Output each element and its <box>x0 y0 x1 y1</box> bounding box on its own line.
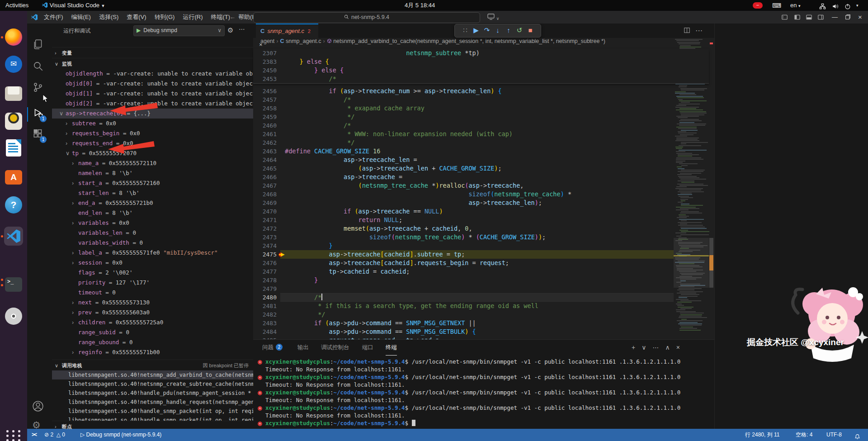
menu-2[interactable]: 选择(S) <box>95 11 123 24</box>
clock[interactable]: 4月 5 18:44 <box>405 0 435 11</box>
notifications-bell-icon[interactable] <box>854 432 860 441</box>
dock-item-disc[interactable] <box>4 307 23 326</box>
panel-new-terminal-icon[interactable]: + <box>632 344 635 351</box>
customize-layout-icon[interactable] <box>781 14 788 22</box>
app-menu[interactable]: Visual Studio Code ▼ <box>42 0 105 11</box>
watch-row-children[interactable]: ›children = 0x5555555725a0 <box>52 318 253 327</box>
watch-row-start_a[interactable]: ›start_a = 0x555555572160 <box>52 178 253 188</box>
stack-frame-0[interactable]: libnetsnmpagent.so.40!netsnmp_add_varbin… <box>52 370 253 379</box>
dock-item-terminal[interactable]: >_ <box>4 275 23 294</box>
toggle-panel-icon[interactable] <box>806 14 812 22</box>
debug-start-icon[interactable]: ▶ <box>134 27 143 33</box>
panel-tab-输出[interactable]: 输出 <box>297 340 309 355</box>
activity-account[interactable] <box>32 400 47 415</box>
editor-scrollbar[interactable] <box>709 39 714 339</box>
close-window-button[interactable]: × <box>858 11 862 24</box>
stack-frame-5[interactable]: libnetsnmpagent.so.40!handle_snmp_packet… <box>52 416 253 421</box>
dock-item-ubuntu-software[interactable]: A <box>4 168 23 187</box>
watch-row-priority[interactable]: priority = 127 '\177' <box>52 278 253 288</box>
watch-row-name_a[interactable]: ›name_a = 0x555555572110 <box>52 158 253 168</box>
watch-row-end_len[interactable]: end_len = 8 '\b' <box>52 208 253 218</box>
panel-tab-问题[interactable]: 问题2 <box>262 340 283 355</box>
encoding-status[interactable]: UTF-8 <box>826 429 842 441</box>
activities-button[interactable]: Activities <box>5 0 28 11</box>
panel-tab-调试控制台[interactable]: 调试控制台 <box>321 340 349 355</box>
dock-item-app-grid[interactable] <box>4 427 23 441</box>
watch-row-next[interactable]: ›next = 0x555555573130 <box>52 298 253 308</box>
watch-row-timeout[interactable]: timeout = 0 <box>52 288 253 298</box>
watch-row-flags[interactable]: flags = 2 '\002' <box>52 268 253 278</box>
dock-item-vscode[interactable] <box>4 227 23 246</box>
panel-maximize-panel-icon[interactable]: ∧ <box>665 344 670 351</box>
minimap[interactable] <box>674 39 709 339</box>
input-language-indicator[interactable]: en ▾ <box>790 0 801 11</box>
command-center-search[interactable]: net-snmp-5.9.4 <box>253 12 480 23</box>
minimize-button[interactable]: — <box>832 11 838 24</box>
dock-item-libreoffice-writer[interactable] <box>4 138 23 157</box>
do-not-disturb-icon[interactable]: − <box>753 2 763 9</box>
nav-back-button[interactable]: ← <box>230 11 236 24</box>
debug-step-over-button[interactable]: ↷ <box>481 24 492 36</box>
menu-0[interactable]: 文件(F) <box>40 11 67 24</box>
terminal-view[interactable]: ×xcyxiner@studycplus:~/code/net-snmp-5.9… <box>253 356 714 429</box>
section-variables[interactable]: ›变量 <box>52 47 253 58</box>
toggle-secondary-sidebar-icon[interactable] <box>817 14 824 22</box>
watch-row-session[interactable]: ›session = 0x0 <box>52 258 253 268</box>
menu-4[interactable]: 转到(G) <box>151 11 179 24</box>
panel-close-panel-icon[interactable]: × <box>676 344 680 351</box>
tab-snmp-agent-c[interactable]: Csnmp_agent.c 2 × <box>256 24 318 39</box>
indentation-status[interactable]: 空格: 4 <box>796 429 812 441</box>
screencast-icon[interactable]: ∨ <box>487 14 499 21</box>
breadcrumb-file[interactable]: snmp_agent.c <box>286 38 321 44</box>
nav-forward-button[interactable]: → <box>241 11 246 24</box>
code-editor[interactable]: 2456 if (asp->treecache_num >= asp->tree… <box>253 83 709 339</box>
dock-item-thunderbird[interactable]: ✉ <box>4 55 23 74</box>
section-breakpoints[interactable]: ›断点 <box>52 421 253 432</box>
activity-explorer[interactable] <box>32 38 47 53</box>
panel-tab-端口[interactable]: 端口 <box>362 340 373 355</box>
keyboard-icon[interactable]: ⌨ <box>772 0 781 11</box>
panel-more-actions-icon[interactable]: ⋯ <box>652 344 659 351</box>
debug-stop-button[interactable]: ■ <box>525 24 536 36</box>
watch-row-range_subid[interactable]: range_subid = 0 <box>52 327 253 337</box>
debug-continue-button[interactable]: ▶ <box>471 24 481 36</box>
watch-row-objidlength[interactable]: objidlength = -var-create: unable to cre… <box>52 69 253 79</box>
watch-row-variables_len[interactable]: variables_len = 0 <box>52 228 253 238</box>
debug-config-dropdown[interactable]: ▶Debug snmpd ∨ <box>133 25 225 36</box>
debug-restart-button[interactable]: ↺ <box>514 24 525 36</box>
menu-3[interactable]: 查看(V) <box>123 11 150 24</box>
watch-row-reginfo[interactable]: ›reginfo = 0x555555571b00 <box>52 347 253 357</box>
section-watch[interactable]: ∨监视 <box>52 58 253 69</box>
watch-row-variables[interactable]: ›variables = 0x0 <box>52 218 253 228</box>
stack-frame-2[interactable]: libnetsnmpagent.so.40!handle_pdu(netsnmp… <box>52 389 253 398</box>
restore-button[interactable] <box>845 14 851 21</box>
editor-more-actions-icon[interactable]: ⋯ <box>695 24 703 38</box>
watch-row-start_len[interactable]: start_len = 8 '\b' <box>52 188 253 198</box>
breadcrumb[interactable]: agent›C snmp_agent.c› netsnmp_add_varbin… <box>253 38 714 49</box>
panel-tab-终端[interactable]: 终端 <box>386 340 397 356</box>
watch-row-namelen[interactable]: namelen = 8 '\b' <box>52 168 253 178</box>
chevron-down-icon[interactable]: ▾ <box>856 0 859 11</box>
cursor-position-status[interactable]: 行 2480, 列 11 <box>745 429 780 441</box>
split-editor-icon[interactable] <box>684 27 690 35</box>
watch-row-variables_width[interactable]: variables_width = 0 <box>52 238 253 248</box>
watch-row-range_ubound[interactable]: range_ubound = 0 <box>52 337 253 347</box>
toggle-primary-sidebar-icon[interactable] <box>794 14 801 22</box>
dock-item-help[interactable]: ? <box>4 195 23 214</box>
stack-frame-4[interactable]: libnetsnmpagent.so.40!handle_snmp_packet… <box>52 407 253 416</box>
debug-settings-gear-icon[interactable]: ⚙ <box>227 26 233 34</box>
dock-item-firefox[interactable] <box>4 28 23 47</box>
debug-step-out-button[interactable]: ↑ <box>503 24 514 36</box>
debug-more-actions-icon[interactable]: ⋯ <box>239 25 245 33</box>
watch-row-end_a[interactable]: ›end_a = 0x5555555721b0 <box>52 198 253 208</box>
dock-item-files[interactable] <box>4 83 23 102</box>
breadcrumb-folder[interactable]: agent <box>260 38 274 44</box>
watch-row-label_a[interactable]: ›label_a = 0x555555571fe0 "mibII/sysDesc… <box>52 248 253 258</box>
menu-1[interactable]: 编辑(E) <box>67 11 95 24</box>
watch-row-prev[interactable]: ›prev = 0x5555555603a0 <box>52 308 253 318</box>
stack-frame-1[interactable]: libnetsnmpagent.so.40!netsnmp_create_sub… <box>52 379 253 389</box>
stack-frame-3[interactable]: libnetsnmpagent.so.40!netsnmp_handle_req… <box>52 398 253 407</box>
watch-row-objid[0][interactable]: objid[0] = -var-create: unable to create… <box>52 79 253 89</box>
section-callstack[interactable]: ∨调用堆栈因 breakpoint 已暂停 <box>52 360 253 371</box>
menu-5[interactable]: 运行(R) <box>179 11 207 24</box>
